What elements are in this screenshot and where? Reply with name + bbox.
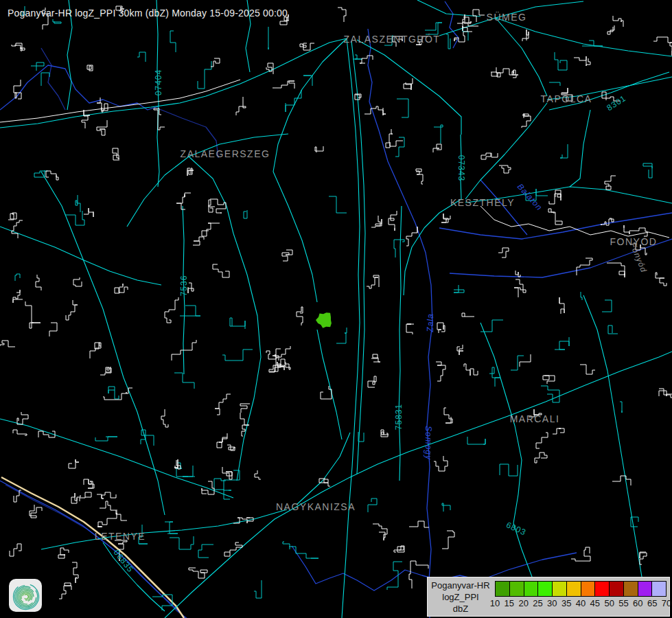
map-detail-line [76, 195, 80, 212]
legend-tick: 25 [533, 598, 542, 608]
map-detail-line [227, 445, 235, 450]
map-detail-line [25, 301, 40, 328]
map-detail-line [577, 258, 592, 275]
map-line [368, 29, 372, 102]
map-detail-line [397, 99, 408, 117]
map-detail-line [381, 430, 389, 437]
legend-cell [623, 582, 638, 596]
legend-tick: 20 [518, 598, 528, 608]
map-detail-line [41, 73, 49, 86]
map-line [357, 40, 461, 135]
map-detail-line [198, 545, 213, 558]
legend-tick-labels: 10152025303540455055606570 [495, 597, 668, 609]
map-detail-line [297, 307, 303, 325]
map-detail-line [69, 459, 79, 468]
legend-cell [581, 582, 595, 596]
map-detail-line [80, 492, 91, 501]
map-line [465, 187, 672, 203]
map-detail-line [454, 32, 467, 42]
map-line [0, 98, 180, 122]
map-detail-line [12, 43, 25, 51]
map-detail-line [174, 459, 181, 469]
map-detail-line [640, 552, 647, 564]
map-detail-line [283, 542, 290, 549]
map-line [439, 1, 583, 36]
map-detail-line [387, 562, 402, 590]
radar-echo [316, 312, 332, 328]
legend-tick: 35 [561, 598, 571, 608]
map-detail-line [529, 409, 542, 417]
map-detail-line [389, 211, 397, 231]
map-detail-line [30, 505, 42, 518]
map-line [399, 206, 402, 481]
map-detail-line [154, 108, 165, 130]
legend-cell [638, 582, 652, 596]
spiral-icon [9, 579, 42, 612]
legend-cell [566, 582, 581, 596]
map-detail-line [360, 56, 373, 63]
map-detail-line [0, 341, 15, 347]
map-detail-line [555, 52, 567, 70]
map-line [0, 65, 158, 110]
map-detail-line [273, 81, 294, 89]
map-detail-line [442, 503, 450, 512]
map-detail-line [15, 274, 20, 281]
map-detail-line [499, 165, 511, 173]
map-detail-line [115, 284, 128, 293]
map-detail-line [71, 493, 80, 503]
map-detail-line [601, 218, 614, 225]
map-detail-line [66, 300, 78, 320]
map-detail-line [137, 52, 146, 62]
map-detail-line [371, 216, 382, 227]
map-detail-line [436, 362, 445, 381]
map-detail-line [543, 376, 555, 384]
legend-tick: 15 [505, 598, 514, 608]
legend-color-bar: 10152025303540455055606570 [495, 577, 668, 616]
map-detail-line [634, 243, 647, 255]
map-detail-line [526, 189, 548, 201]
map-detail-line [10, 544, 21, 556]
map-detail-line [329, 196, 347, 213]
map-line [424, 199, 461, 228]
map-detail-line [187, 168, 194, 176]
map-detail-line [462, 313, 474, 317]
map-detail-line [336, 328, 347, 343]
map-detail-line [174, 373, 194, 389]
map-detail-line [561, 88, 572, 101]
map-detail-line [12, 220, 23, 238]
map-detail-line [273, 346, 290, 360]
map-detail-line [213, 264, 229, 277]
map-detail-line [95, 437, 117, 441]
map-detail-line [404, 78, 413, 90]
map-detail-line [571, 547, 590, 561]
map-detail-line [467, 437, 485, 444]
map-line [158, 108, 218, 158]
legend-tick: 40 [576, 598, 586, 608]
map-detail-line [209, 200, 215, 212]
map-line [570, 110, 590, 187]
map-line [183, 206, 185, 374]
legend-tick: 70 [662, 598, 671, 608]
map-detail-line [210, 199, 226, 213]
map-line [342, 38, 360, 618]
map-detail-line [255, 470, 261, 479]
map-detail-line [620, 402, 622, 413]
map-detail-line [82, 110, 90, 128]
map-detail-line [580, 365, 595, 374]
map-detail-line [373, 524, 387, 540]
map-detail-line [202, 223, 220, 236]
legend-tick: 50 [604, 598, 614, 608]
map-line [465, 103, 547, 199]
map-detail-line [656, 273, 667, 286]
map-line [41, 510, 287, 549]
map-line [41, 172, 165, 515]
radar-map [0, 0, 672, 618]
map-detail-line [165, 522, 178, 534]
legend-cell [609, 582, 623, 596]
map-detail-line [87, 65, 93, 71]
map-detail-line [170, 536, 194, 549]
map-detail-line [103, 388, 132, 400]
map-detail-line [286, 90, 301, 112]
map-line [317, 330, 342, 439]
legend-cell [651, 582, 666, 596]
